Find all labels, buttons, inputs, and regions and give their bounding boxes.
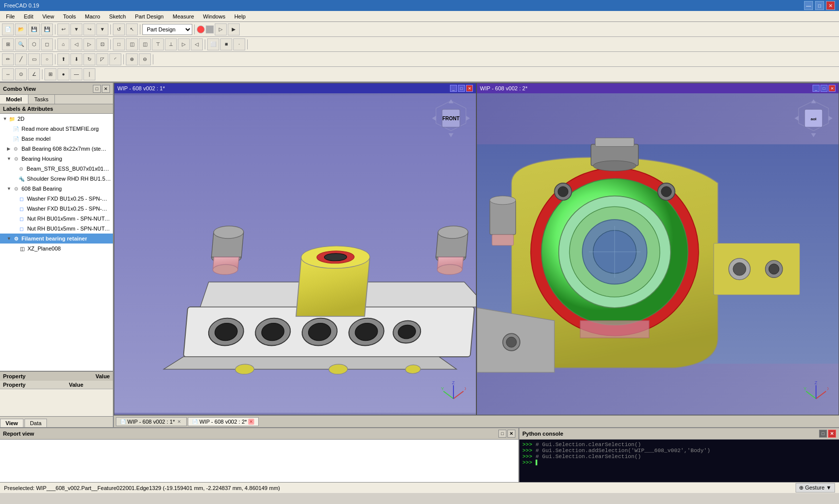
maximize-button[interactable]: □ <box>815 1 824 10</box>
points-button[interactable]: · <box>233 38 245 50</box>
menu-item-measure[interactable]: Measure <box>169 12 198 20</box>
panel-close-button[interactable]: ✕ <box>102 85 110 93</box>
menu-item-macro[interactable]: Macro <box>81 12 104 20</box>
save-as-button[interactable]: 💾 <box>41 23 53 35</box>
boolean-button[interactable]: ⊕ <box>126 53 138 65</box>
tree-item-beam-str[interactable]: ⚙ Beam_STR_ESS_BU07x01x01_-_SPN- <box>0 164 113 174</box>
view-tab[interactable]: View <box>0 419 23 427</box>
tree-item-filament-bearing[interactable]: ▼ ⚙ Filament bearing retainer <box>0 234 113 244</box>
sketch-button[interactable]: ✏ <box>2 53 14 65</box>
expand-bearing-housing[interactable]: ▼ <box>6 156 12 161</box>
viewport-2[interactable]: WIP - 608 v002 : 2* _ □ ✕ <box>476 83 839 415</box>
expand-filament-bearing[interactable]: ▼ <box>6 236 12 241</box>
menu-item-windows[interactable]: Windows <box>199 12 230 20</box>
view-front[interactable]: ◫ <box>126 38 138 50</box>
viewport-2-close[interactable]: ✕ <box>829 85 836 92</box>
tree-item-shoulder-screw[interactable]: 🔩 Shoulder Screw RHD RH BU1.50 - SP <box>0 174 113 184</box>
tree-item-ball-bearing[interactable]: ▶ ⚙ Ball Bearing 608 8x22x7mm (stemfie <box>0 144 113 154</box>
report-content[interactable] <box>0 440 518 482</box>
menu-item-file[interactable]: File <box>2 12 19 20</box>
zoom-all-button[interactable]: ⊞ <box>2 38 14 50</box>
view-top[interactable]: ⊤ <box>152 38 164 50</box>
tree-item-read-more[interactable]: 📄 Read more about STEMFIE.org <box>0 124 113 134</box>
viewport-1-3d[interactable]: FRONT X Y Z <box>114 93 476 415</box>
panel-float-button[interactable]: □ <box>93 85 101 93</box>
line-tool[interactable]: ╱ <box>15 53 27 65</box>
menu-item-view[interactable]: View <box>38 12 58 20</box>
python-float-button[interactable]: □ <box>819 430 827 438</box>
tree-item-nut2[interactable]: ◻ Nut RH BU01x5mm - SPN-NUT-000 <box>0 224 113 234</box>
tree-item-2d[interactable]: ▼ 📁 2D <box>0 114 113 124</box>
viewport-2-minimize[interactable]: _ <box>813 85 820 92</box>
viewport-1-minimize[interactable]: _ <box>450 85 457 92</box>
constraint-vert[interactable]: | <box>83 68 95 80</box>
report-float-button[interactable]: □ <box>498 430 506 438</box>
constraint-fixed[interactable]: ⊞ <box>44 68 56 80</box>
viewport-tab-close-2[interactable]: ✕ <box>248 419 254 425</box>
view-right[interactable]: ▷ <box>178 38 190 50</box>
circle-tool[interactable]: ○ <box>41 53 53 65</box>
expand-608-ball-bearing[interactable]: ▼ <box>6 186 12 191</box>
tree-item-608-ball-bearing[interactable]: ▼ ⚙ 608 Ball Bearing <box>0 184 113 194</box>
expand-2d[interactable]: ▼ <box>2 116 8 121</box>
nav-fwd[interactable]: ▷ <box>83 38 95 50</box>
redo-dropdown[interactable]: ▼ <box>96 23 108 35</box>
expand-ball-bearing[interactable]: ▶ <box>6 146 12 151</box>
view-back[interactable]: ◫ <box>139 38 151 50</box>
viewport-2-3d[interactable]: aol X Y Z <box>477 93 839 415</box>
tree-item-base-model[interactable]: 📄 Base model <box>0 134 113 144</box>
open-file-button[interactable]: 📂 <box>15 23 27 35</box>
viewport-tab-2[interactable]: 📄 WIP - 608 v002 : 2* ✕ <box>188 417 259 426</box>
measure-linear[interactable]: ↔ <box>2 68 14 80</box>
refresh-button[interactable]: ↺ <box>113 23 125 35</box>
nav-home[interactable]: ⌂ <box>57 38 69 50</box>
python-line-4[interactable]: >>> ▌ <box>522 460 836 466</box>
chamfer-button[interactable]: ◸ <box>96 53 108 65</box>
tree-item-nut1[interactable]: ◻ Nut RH BU01x5mm - SPN-NUT-000 <box>0 214 113 224</box>
tasks-tab[interactable]: Tasks <box>28 95 55 104</box>
nav-cube-2[interactable]: aol <box>794 98 834 138</box>
stop-button[interactable] <box>206 25 214 33</box>
nav-cube-1[interactable]: FRONT <box>431 98 471 138</box>
view-box[interactable]: □ <box>113 38 125 50</box>
report-close-button[interactable]: ✕ <box>507 430 515 438</box>
part-button[interactable]: ⬡ <box>28 38 40 50</box>
save-file-button[interactable]: 💾 <box>28 23 40 35</box>
menu-item-edit[interactable]: Edit <box>20 12 37 20</box>
step-macro-button[interactable]: ▷ <box>215 23 227 35</box>
undo-button[interactable]: ↩ <box>57 23 69 35</box>
measure-radial[interactable]: ⊙ <box>15 68 27 80</box>
pointer-button[interactable]: ↖ <box>126 23 138 35</box>
view-bottom[interactable]: ⊥ <box>165 38 177 50</box>
measure-angular[interactable]: ∠ <box>28 68 40 80</box>
viewport-tab-close-1[interactable]: ✕ <box>176 419 182 425</box>
menu-item-tools[interactable]: Tools <box>59 12 80 20</box>
viewport-1-close[interactable]: ✕ <box>466 85 473 92</box>
menu-item-sketch[interactable]: Sketch <box>105 12 130 20</box>
fillet-button[interactable]: ◜ <box>109 53 121 65</box>
nav-fit[interactable]: ⊡ <box>96 38 108 50</box>
pocket-button[interactable]: ⬇ <box>70 53 82 65</box>
data-tab[interactable]: Data <box>24 419 47 427</box>
rect-tool[interactable]: ▭ <box>28 53 40 65</box>
body-button[interactable]: ◻ <box>41 38 53 50</box>
tree-item-washer1[interactable]: ◻ Washer FXD BU1x0.25 - SPN-WSR-0 <box>0 194 113 204</box>
run-macro-button[interactable]: ▶ <box>228 23 240 35</box>
model-tab[interactable]: Model <box>0 95 28 104</box>
tree-item-washer2[interactable]: ◻ Washer FXD BU1x0.25 - SPN-WSR-0 <box>0 204 113 214</box>
part-cut[interactable]: ⊖ <box>139 53 151 65</box>
menu-item-help[interactable]: Help <box>230 12 250 20</box>
wireframe-button[interactable]: ⬜ <box>207 38 219 50</box>
python-close-button[interactable]: ✕ <box>828 430 836 438</box>
viewport-tab-1[interactable]: 📄 WIP - 608 v002 : 1* ✕ <box>116 417 187 426</box>
viewport-1-maximize[interactable]: □ <box>458 85 465 92</box>
workbench-dropdown[interactable]: Part Design <box>142 24 192 35</box>
minimize-button[interactable]: — <box>804 1 813 10</box>
revolve-button[interactable]: ↻ <box>83 53 95 65</box>
zoom-button[interactable]: 🔍 <box>15 38 27 50</box>
tree-item-bearing-housing[interactable]: ▼ ⚙ Bearing Housing <box>0 154 113 164</box>
nav-back[interactable]: ◁ <box>70 38 82 50</box>
redo-button[interactable]: ↪ <box>83 23 95 35</box>
pad-button[interactable]: ⬆ <box>57 53 69 65</box>
python-content[interactable]: >>> # Gui.Selection.clearSelection() >>>… <box>519 440 839 482</box>
